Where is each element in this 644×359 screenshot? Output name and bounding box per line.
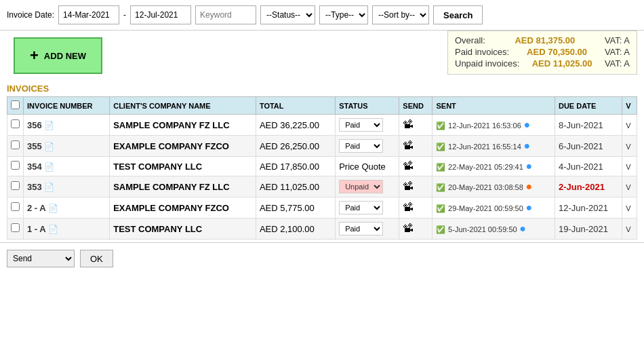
total-amount: AED 11,025.00 (260, 182, 319, 192)
sent-date: 12-Jun-2021 16:55:14 (448, 143, 521, 151)
top-bar: Invoice Date: - --Status-- Paid Unpaid -… (0, 0, 644, 31)
pdf-icon[interactable]: 📄 (44, 121, 54, 130)
invoice-number[interactable]: 1 - A (27, 224, 46, 234)
status-dropdown[interactable]: PaidPaidUnpaid (339, 118, 383, 132)
invoices-label: INVOICES (7, 83, 49, 94)
add-new-button[interactable]: + ADD NEW (14, 37, 102, 74)
header-total: TOTAL (256, 97, 335, 115)
pdf-icon[interactable]: 📄 (44, 162, 54, 172)
send-cell: 📽 (399, 157, 432, 176)
invoice-date-label: Invoice Date: (7, 10, 54, 20)
send-cell: 📽 (399, 176, 432, 197)
check-icon: ✅ (436, 225, 445, 233)
row-checkbox[interactable] (11, 202, 20, 211)
row-checkbox-cell (7, 176, 24, 197)
send-button[interactable]: 📽 (403, 181, 414, 193)
summary-box: Overall: AED 81,375.00 VAT: A Paid invoi… (447, 31, 637, 75)
send-button[interactable]: 📽 (403, 140, 414, 152)
dot-icon[interactable]: ● (525, 160, 532, 172)
status-cell: Price Quote (336, 157, 399, 176)
invoices-table: INVOICE NUMBER CLIENT'S COMPANY NAME TOT… (7, 96, 637, 240)
send-cell: 📽 (399, 197, 432, 219)
dot-icon[interactable]: ● (523, 119, 530, 130)
row-checkbox[interactable] (11, 161, 20, 170)
select-all-checkbox[interactable] (11, 100, 20, 109)
invoice-number[interactable]: 2 - A (27, 203, 46, 213)
send-button[interactable]: 📽 (403, 223, 414, 235)
invoices-section: INVOICES (0, 81, 644, 96)
invoice-number[interactable]: 354 (27, 162, 42, 172)
dot-icon[interactable]: ● (525, 202, 532, 213)
status-cell: PaidPaidUnpaid (336, 136, 399, 157)
status-dropdown[interactable]: PaidPaidUnpaid (339, 201, 383, 214)
status-dropdown[interactable]: PaidPaidUnpaid (339, 139, 383, 153)
row-checkbox[interactable] (11, 223, 20, 232)
sortby-select[interactable]: --Sort by-- (372, 5, 429, 24)
unpaid-amount: AED 11,025.00 (532, 58, 592, 69)
invoice-number[interactable]: 355 (27, 141, 42, 151)
ok-button[interactable]: OK (80, 250, 113, 267)
dot-icon[interactable]: ● (525, 181, 532, 192)
send-button[interactable]: 📽 (403, 160, 414, 172)
check-icon: ✅ (436, 121, 445, 130)
status-dropdown[interactable]: UnpaidPaidUnpaid (339, 180, 383, 193)
date-separator: - (123, 10, 126, 20)
overall-amount: AED 81,375.00 (515, 35, 575, 45)
overall-label: Overall: (455, 35, 485, 45)
total-cell: AED 36,225.00 (256, 115, 335, 136)
total-amount: AED 36,225.00 (260, 120, 319, 130)
v-value: V (626, 163, 630, 171)
invoice-number[interactable]: 353 (27, 182, 42, 192)
send-button[interactable]: 📽 (403, 202, 414, 214)
due-date-cell: 8-Jun-2021 (555, 115, 622, 136)
row-checkbox[interactable] (11, 119, 20, 128)
sent-date: 22-May-2021 05:29:41 (448, 163, 523, 171)
table-header-row: INVOICE NUMBER CLIENT'S COMPANY NAME TOT… (7, 97, 637, 115)
row-checkbox[interactable] (11, 140, 20, 149)
pdf-icon[interactable]: 📄 (48, 225, 58, 234)
status-select[interactable]: --Status-- Paid Unpaid (260, 5, 315, 24)
v-cell: V (622, 157, 637, 176)
date-from-input[interactable] (58, 5, 119, 24)
status-cell: UnpaidPaidUnpaid (336, 176, 399, 197)
v-cell: V (622, 115, 637, 136)
total-cell: AED 17,850.00 (256, 157, 335, 176)
company-name: SAMPLE COMPANY FZ LLC (113, 182, 229, 192)
unpaid-label: Unpaid invoices: (455, 58, 519, 69)
sent-date: 5-Jun-2021 00:59:50 (448, 225, 517, 233)
company-name-cell: SAMPLE COMPANY FZ LLC (110, 176, 256, 197)
bulk-action-select[interactable]: Send Delete Mark Paid (7, 250, 75, 267)
sent-date-cell: ✅ 12-Jun-2021 16:53:06 ● (432, 115, 555, 136)
left-area: + ADD NEW (7, 31, 447, 81)
total-amount: AED 2,100.00 (260, 224, 315, 234)
invoice-number-cell: 2 - A 📄 (24, 197, 110, 219)
invoice-number-cell: 1 - A 📄 (24, 219, 110, 240)
plus-icon: + (30, 47, 39, 64)
due-date-cell: 2-Jun-2021 (555, 176, 622, 197)
row-checkbox-cell (7, 157, 24, 176)
pdf-icon[interactable]: 📄 (44, 183, 54, 192)
date-to-input[interactable] (130, 5, 191, 24)
due-date: 19-Jun-2021 (559, 224, 608, 234)
invoice-number[interactable]: 356 (27, 120, 42, 130)
total-cell: AED 26,250.00 (256, 136, 335, 157)
summary-paid-row: Paid invoices: AED 70,350.00 VAT: A (455, 47, 630, 57)
row-checkbox[interactable] (11, 181, 20, 190)
status-cell: PaidPaidUnpaid (336, 219, 399, 240)
type-select[interactable]: --Type-- (319, 5, 368, 24)
sent-date: 20-May-2021 03:08:58 (448, 183, 523, 191)
v-value: V (626, 204, 630, 212)
total-cell: AED 2,100.00 (256, 219, 335, 240)
pdf-icon[interactable]: 📄 (48, 204, 58, 213)
send-cell: 📽 (399, 219, 432, 240)
pdf-icon[interactable]: 📄 (44, 142, 54, 151)
send-button[interactable]: 📽 (403, 119, 414, 131)
dot-icon[interactable]: ● (523, 140, 530, 151)
sent-date-cell: ✅ 12-Jun-2021 16:55:14 ● (432, 136, 555, 157)
dot-icon[interactable]: ● (519, 223, 526, 234)
search-button[interactable]: Search (433, 5, 483, 24)
status-dropdown[interactable]: PaidPaidUnpaid (339, 222, 383, 235)
keyword-input[interactable] (195, 5, 256, 24)
paid-amount: AED 70,350.00 (527, 47, 587, 57)
row-checkbox-cell (7, 197, 24, 219)
